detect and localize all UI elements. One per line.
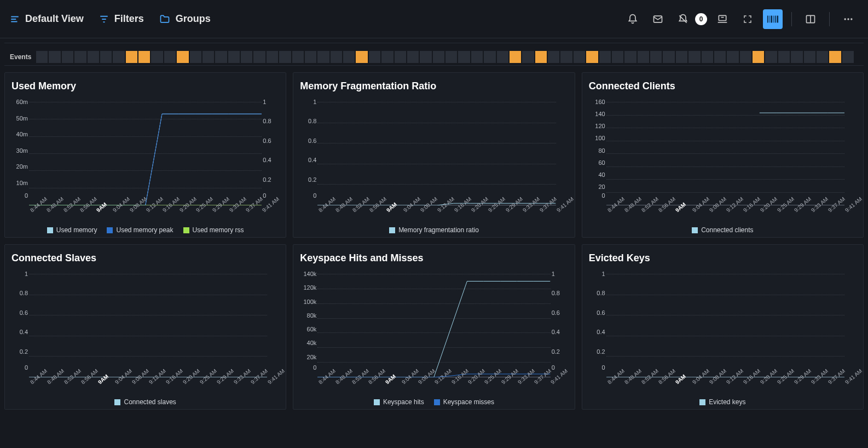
legend-item[interactable]: Connected clients — [692, 226, 753, 234]
barcode-icon[interactable] — [763, 9, 783, 29]
event-cell[interactable] — [522, 51, 534, 63]
event-cell[interactable] — [471, 51, 483, 63]
legend-label: Connected slaves — [124, 398, 176, 406]
event-cell[interactable] — [331, 51, 342, 63]
legend-item[interactable]: Used memory peak — [107, 226, 173, 234]
legend-item[interactable]: Connected slaves — [114, 398, 176, 406]
event-cell[interactable] — [727, 51, 738, 63]
legend-label: Used memory rss — [193, 226, 244, 234]
event-cell[interactable] — [484, 51, 495, 63]
event-cell[interactable] — [535, 51, 547, 63]
event-cell[interactable] — [138, 51, 150, 63]
legend-item[interactable]: Evicted keys — [699, 398, 745, 406]
event-cell[interactable] — [343, 51, 355, 63]
x-tick-label: 8:48 AM — [334, 380, 339, 385]
event-cell[interactable] — [638, 51, 649, 63]
event-cell[interactable] — [420, 51, 431, 63]
event-cell[interactable] — [804, 51, 815, 63]
filters-button[interactable]: Filters — [99, 13, 144, 25]
fullscreen-icon[interactable] — [738, 9, 757, 29]
chart-plot[interactable]: 140k120k100k80k60k40k20k010.80.60.40.20 — [317, 274, 550, 377]
y-tick-label: 40 — [588, 171, 605, 178]
event-cell[interactable] — [497, 51, 508, 63]
event-cell[interactable] — [624, 51, 636, 63]
laptop-icon[interactable] — [713, 9, 732, 29]
event-cell[interactable] — [151, 51, 163, 63]
event-cell[interactable] — [62, 51, 73, 63]
event-cell[interactable] — [714, 51, 726, 63]
event-cell[interactable] — [663, 51, 674, 63]
event-cell[interactable] — [676, 51, 687, 63]
legend-item[interactable]: Used memory rss — [183, 226, 244, 234]
event-cell[interactable] — [560, 51, 572, 63]
event-cell[interactable] — [765, 51, 777, 63]
event-cell[interactable] — [317, 51, 329, 63]
event-cell[interactable] — [395, 51, 406, 63]
y-tick-label: 0.4 — [10, 329, 28, 335]
chart-plot[interactable]: 60m50m40m30m20m10m010.80.60.40.20 — [29, 102, 262, 205]
events-strip[interactable] — [36, 51, 854, 63]
event-cell[interactable] — [241, 51, 252, 63]
event-cell[interactable] — [190, 51, 201, 63]
event-cell[interactable] — [126, 51, 137, 63]
x-tick-label: 9:29 AM — [500, 380, 505, 385]
event-cell[interactable] — [100, 51, 112, 63]
event-cell[interactable] — [612, 51, 623, 63]
envelope-icon[interactable] — [648, 9, 668, 29]
event-cell[interactable] — [292, 51, 304, 63]
mute-bell-icon[interactable] — [673, 9, 693, 29]
event-cell[interactable] — [778, 51, 790, 63]
legend-item[interactable]: Keyspace hits — [374, 398, 424, 406]
event-cell[interactable] — [49, 51, 60, 63]
event-cell[interactable] — [253, 51, 265, 63]
event-cell[interactable] — [407, 51, 419, 63]
event-cell[interactable] — [586, 51, 598, 63]
event-cell[interactable] — [267, 51, 278, 63]
event-cell[interactable] — [445, 51, 457, 63]
event-cell[interactable] — [74, 51, 86, 63]
lines-icon — [10, 14, 20, 24]
event-cell[interactable] — [458, 51, 470, 63]
event-cell[interactable] — [369, 51, 380, 63]
event-cell[interactable] — [88, 51, 99, 63]
event-cell[interactable] — [791, 51, 802, 63]
event-cell[interactable] — [356, 51, 367, 63]
event-cell[interactable] — [740, 51, 751, 63]
chart-plot[interactable]: 10.80.60.40.20 — [29, 274, 267, 377]
event-cell[interactable] — [113, 51, 124, 63]
legend-item[interactable]: Memory fragmentation ratio — [389, 226, 479, 234]
event-cell[interactable] — [688, 51, 700, 63]
event-cell[interactable] — [829, 51, 841, 63]
groups-button[interactable]: Groups — [159, 13, 211, 25]
event-cell[interactable] — [433, 51, 444, 63]
event-cell[interactable] — [228, 51, 240, 63]
legend-item[interactable]: Keyspace misses — [434, 398, 494, 406]
chart-plot[interactable]: 10.80.60.40.20 — [606, 274, 844, 377]
event-cell[interactable] — [574, 51, 585, 63]
event-cell[interactable] — [599, 51, 611, 63]
event-cell[interactable] — [548, 51, 559, 63]
y-tick-label: 60 — [588, 159, 605, 166]
more-icon[interactable] — [838, 9, 858, 29]
event-cell[interactable] — [817, 51, 828, 63]
event-cell[interactable] — [753, 51, 764, 63]
legend-item[interactable]: Used memory — [47, 226, 97, 234]
alert-count-badge[interactable]: 0 — [695, 13, 707, 25]
event-cell[interactable] — [215, 51, 227, 63]
event-cell[interactable] — [202, 51, 214, 63]
event-cell[interactable] — [164, 51, 176, 63]
event-cell[interactable] — [305, 51, 316, 63]
event-cell[interactable] — [36, 51, 48, 63]
event-cell[interactable] — [279, 51, 291, 63]
event-cell[interactable] — [702, 51, 713, 63]
event-cell[interactable] — [510, 51, 521, 63]
event-cell[interactable] — [177, 51, 188, 63]
event-cell[interactable] — [842, 51, 854, 63]
chart-plot[interactable]: 160140120100806040200 — [606, 102, 844, 205]
event-cell[interactable] — [650, 51, 662, 63]
split-pane-icon[interactable] — [801, 9, 820, 29]
bell-icon[interactable] — [623, 9, 643, 29]
chart-plot[interactable]: 10.80.60.40.20 — [317, 102, 555, 205]
default-view-button[interactable]: Default View — [10, 13, 84, 25]
event-cell[interactable] — [381, 51, 393, 63]
